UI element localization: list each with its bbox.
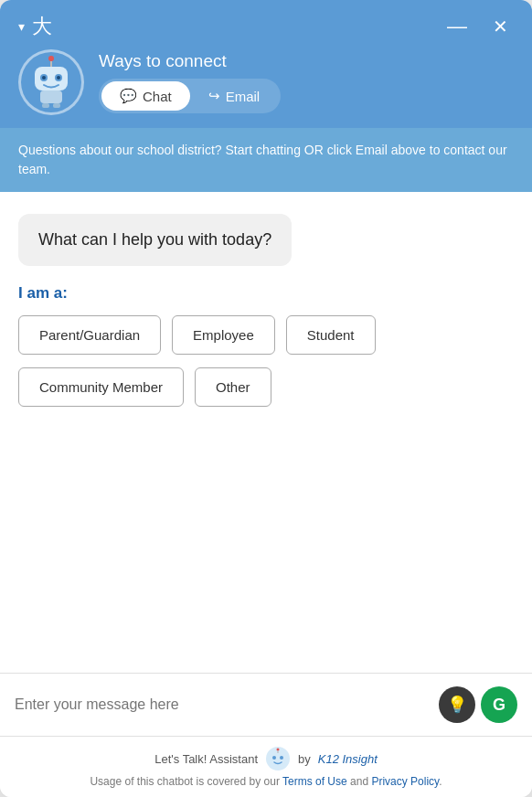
top-controls-left: ▾ 大 bbox=[18, 13, 52, 40]
role-other[interactable]: Other bbox=[195, 367, 271, 407]
bot-message-text: What can I help you with today? bbox=[38, 230, 271, 249]
svg-point-5 bbox=[42, 76, 46, 80]
chat-tab-label: Chat bbox=[143, 89, 172, 104]
tab-buttons: 💬 Chat ↪ Email bbox=[99, 79, 281, 113]
role-buttons-row-2: Community Member Other bbox=[18, 367, 514, 407]
chat-tab[interactable]: 💬 Chat bbox=[101, 81, 190, 111]
input-action-buttons: 💡 G bbox=[439, 686, 517, 723]
role-community-member[interactable]: Community Member bbox=[18, 367, 184, 407]
footer-privacy-link[interactable]: Privacy Policy bbox=[371, 775, 439, 788]
translate-icon[interactable]: 大 bbox=[32, 13, 52, 40]
bot-message: What can I help you with today? bbox=[18, 214, 292, 266]
footer-usage-text: Usage of this chatbot is covered by our bbox=[90, 775, 279, 788]
svg-rect-9 bbox=[53, 103, 60, 108]
description-bar: Questions about our school district? Sta… bbox=[0, 128, 532, 192]
email-tab-label: Email bbox=[226, 89, 261, 104]
svg-rect-7 bbox=[40, 90, 62, 103]
chat-widget: ▾ 大 — ✕ bbox=[0, 0, 532, 797]
footer-line2: Usage of this chatbot is covered by our … bbox=[18, 775, 514, 788]
share-icon: ↪ bbox=[208, 88, 220, 104]
lightbulb-button[interactable]: 💡 bbox=[439, 686, 475, 723]
message-input[interactable] bbox=[15, 696, 430, 713]
grammarly-button[interactable]: G bbox=[481, 686, 517, 723]
close-button[interactable]: ✕ bbox=[487, 16, 514, 37]
header-right: Ways to connect 💬 Chat ↪ Email bbox=[99, 51, 514, 113]
role-parent-guardian[interactable]: Parent/Guardian bbox=[18, 315, 161, 355]
footer-assistant-label: Let's Talk! Assistant bbox=[154, 752, 258, 766]
iam-section: I am a: Parent/Guardian Employee Student… bbox=[18, 284, 514, 407]
avatar bbox=[18, 49, 84, 115]
footer-logo-icon bbox=[265, 746, 291, 771]
top-bar: ▾ 大 — ✕ bbox=[0, 0, 532, 128]
footer-by-label: by bbox=[298, 752, 311, 766]
robot-icon bbox=[24, 55, 79, 110]
footer-terms-link[interactable]: Terms of Use bbox=[282, 775, 347, 788]
role-employee[interactable]: Employee bbox=[172, 315, 275, 355]
svg-point-6 bbox=[57, 76, 60, 80]
spacer bbox=[18, 425, 514, 664]
chat-bubble-icon: 💬 bbox=[120, 88, 137, 104]
role-student[interactable]: Student bbox=[286, 315, 376, 355]
role-buttons-row: Parent/Guardian Employee Student bbox=[18, 315, 514, 355]
minimize-button[interactable]: — bbox=[442, 15, 473, 38]
bottom-input-bar: 💡 G bbox=[0, 673, 532, 736]
footer: Let's Talk! Assistant by K12 Insight Usa… bbox=[0, 736, 532, 797]
svg-point-12 bbox=[280, 756, 283, 760]
main-content: What can I help you with today? I am a: … bbox=[0, 192, 532, 673]
translate-arrow-icon: ▾ bbox=[18, 19, 25, 34]
grammarly-icon: G bbox=[493, 696, 505, 715]
footer-line1: Let's Talk! Assistant by K12 Insight bbox=[18, 746, 514, 771]
footer-and-label: and bbox=[350, 775, 368, 788]
lightbulb-icon: 💡 bbox=[447, 695, 467, 715]
svg-point-0 bbox=[48, 56, 54, 61]
svg-point-11 bbox=[272, 756, 276, 760]
ways-to-connect-label: Ways to connect bbox=[99, 51, 514, 71]
svg-rect-8 bbox=[42, 103, 49, 108]
header-section: Ways to connect 💬 Chat ↪ Email bbox=[18, 49, 514, 128]
top-controls-right: — ✕ bbox=[442, 15, 514, 38]
footer-brand-link[interactable]: K12 Insight bbox=[318, 752, 378, 766]
description-text: Questions about our school district? Sta… bbox=[18, 143, 507, 176]
iam-label: I am a: bbox=[18, 284, 514, 303]
top-controls: ▾ 大 — ✕ bbox=[18, 13, 514, 40]
svg-point-13 bbox=[277, 749, 280, 751]
email-tab[interactable]: ↪ Email bbox=[190, 81, 279, 111]
